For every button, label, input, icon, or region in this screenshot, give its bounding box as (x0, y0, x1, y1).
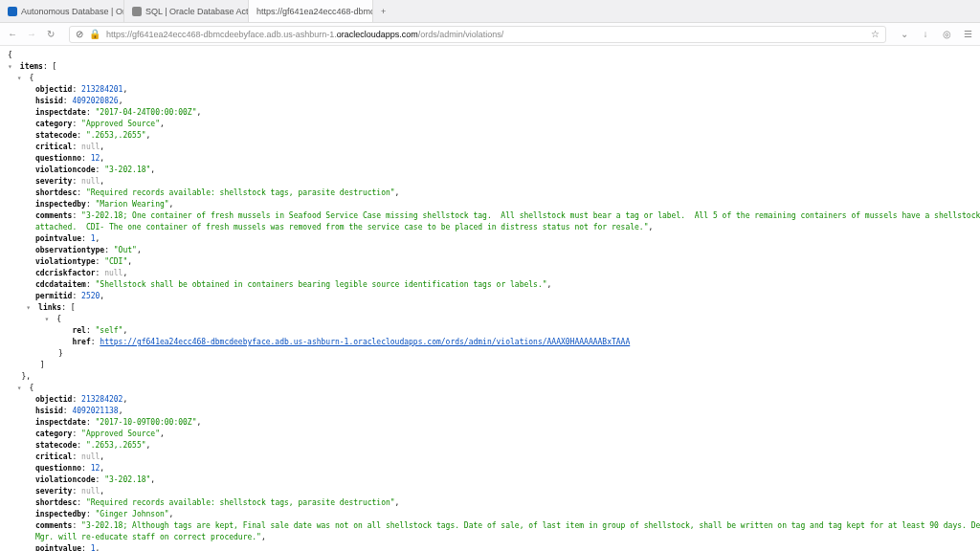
expand-toggle[interactable]: ▾ (17, 73, 25, 84)
url-text: https://gf641ea24ecc468-dbmcdeebyface.ad… (106, 30, 865, 39)
shield-icon: ⊘ (76, 29, 83, 39)
back-button[interactable]: ← (6, 28, 19, 41)
browser-tab[interactable]: https://gf641ea24ecc468-dbmcdee… × (249, 0, 373, 22)
download-icon[interactable]: ↓ (919, 28, 932, 41)
expand-toggle[interactable]: ▾ (8, 61, 15, 73)
browser-tab[interactable]: Autonomous Database | Oracl… × (0, 0, 124, 22)
tab-label: SQL | Oracle Database Actions (145, 7, 249, 16)
url-bar[interactable]: ⊘ 🔒 https://gf641ea24ecc468-dbmcdeebyfac… (69, 26, 886, 43)
browser-navbar: ← → ↻ ⊘ 🔒 https://gf641ea24ecc468-dbmcde… (0, 23, 980, 46)
browser-tabbar: Autonomous Database | Oracl… × SQL | Ora… (0, 0, 980, 23)
forward-button: → (25, 28, 38, 41)
tab-favicon (8, 7, 17, 16)
star-icon[interactable]: ☆ (871, 29, 880, 39)
expand-toggle[interactable]: ▾ (17, 383, 25, 394)
expand-toggle[interactable]: ▾ (26, 302, 33, 314)
tab-label: Autonomous Database | Oracl… (21, 7, 124, 16)
toolbar-right: ⌄ ↓ ◎ ☰ (898, 28, 974, 41)
menu-icon[interactable]: ☰ (961, 28, 974, 41)
tab-favicon (132, 7, 142, 16)
json-viewer: { ▾ items: [ ▾ { objectid: 213284201, hs… (0, 46, 980, 551)
tab-label: https://gf641ea24ecc468-dbmcdee… (256, 7, 373, 16)
lock-icon: 🔒 (89, 29, 100, 39)
account-icon[interactable]: ◎ (940, 28, 953, 41)
browser-tab[interactable]: SQL | Oracle Database Actions × (124, 0, 249, 22)
save-icon[interactable]: ⌄ (898, 28, 911, 41)
expand-toggle[interactable]: ▾ (45, 314, 53, 325)
reload-button[interactable]: ↻ (44, 28, 57, 41)
new-tab-button[interactable]: + (373, 7, 393, 16)
